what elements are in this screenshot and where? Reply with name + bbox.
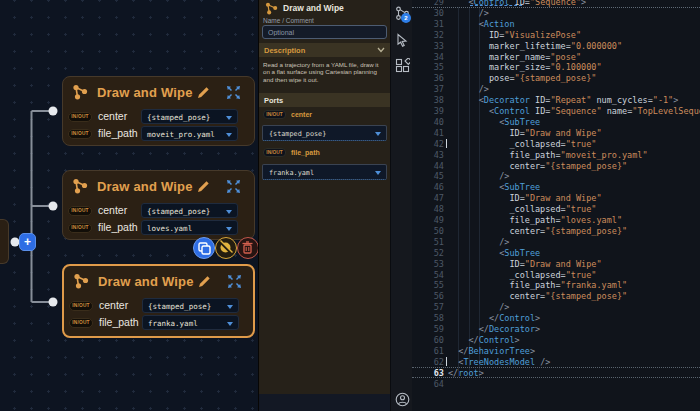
node-input-port[interactable] bbox=[49, 202, 58, 211]
port-name: file_path bbox=[98, 127, 138, 139]
expand-arrows-icon[interactable] bbox=[226, 179, 241, 194]
line-number: 53 bbox=[412, 259, 444, 269]
select-tool-icon[interactable] bbox=[395, 33, 410, 48]
node-input-port[interactable] bbox=[49, 107, 58, 116]
code-line[interactable]: 40 <SubTree bbox=[412, 116, 700, 127]
port-name: file_path bbox=[99, 316, 139, 328]
code-line[interactable]: 59 </Decorator> bbox=[412, 323, 700, 334]
port-value-dropdown[interactable]: {stamped_pose} bbox=[142, 298, 239, 313]
duplicate-node-button[interactable] bbox=[193, 237, 215, 259]
code-line[interactable]: 58 </Control> bbox=[412, 312, 700, 323]
code-line[interactable]: 45 /> bbox=[412, 170, 700, 181]
text-cursor bbox=[446, 139, 448, 148]
port-value-text: moveit_pro.yaml bbox=[147, 130, 215, 139]
text-cursor bbox=[446, 357, 448, 366]
code-line[interactable]: 54 _collapsed="true" bbox=[412, 269, 700, 280]
code-line[interactable]: 42 _collapsed="true" bbox=[412, 138, 700, 149]
line-text: ID="Draw and Wipe" bbox=[448, 259, 602, 269]
parent-node-partial[interactable] bbox=[0, 219, 9, 264]
line-text: </BehaviorTree> bbox=[448, 346, 535, 356]
line-number: 45 bbox=[412, 171, 444, 181]
disabled-eye-icon bbox=[216, 238, 235, 257]
port-value-combobox[interactable]: franka.yaml bbox=[262, 164, 387, 180]
behavior-tree-node[interactable]: Draw and Wipe IN/OUT center {stamped_pos… bbox=[62, 170, 255, 240]
dropdown-caret-icon bbox=[226, 116, 232, 120]
xml-code-editor[interactable]: 29 <Control ID="Sequence">30 />31 <Actio… bbox=[412, 0, 700, 411]
node-palette-icon[interactable] bbox=[395, 58, 410, 73]
code-line[interactable]: 33 marker_lifetime="0.000000" bbox=[412, 40, 700, 51]
disable-node-button[interactable] bbox=[215, 237, 237, 259]
code-line[interactable]: 36 pose="{stamped_pose}" bbox=[412, 72, 700, 83]
code-line[interactable]: 60 </Control> bbox=[412, 334, 700, 345]
code-line[interactable]: 56 center="{stamped_pose}" bbox=[412, 290, 700, 301]
line-number: 54 bbox=[412, 270, 444, 280]
chevron-down-icon bbox=[377, 47, 385, 53]
edit-pencil-icon[interactable] bbox=[197, 274, 212, 289]
port-direction-badge: IN/OUT bbox=[263, 110, 286, 119]
code-line[interactable]: 31 <Action bbox=[412, 18, 700, 29]
port-value-dropdown[interactable]: {stamped_pose} bbox=[141, 203, 238, 218]
code-line[interactable]: 39 <Control ID="Sequence" name="TopLevel… bbox=[412, 105, 700, 116]
code-line[interactable]: 32 ID="VisualizePose" bbox=[412, 29, 700, 40]
code-line[interactable]: 46 <SubTree bbox=[412, 181, 700, 192]
code-line[interactable]: 34 marker_name="pose" bbox=[412, 51, 700, 62]
behavior-tree-node[interactable]: Draw and Wipe IN/OUT center {stamped_pos… bbox=[62, 264, 255, 338]
code-line[interactable]: 51 /> bbox=[412, 236, 700, 247]
expand-arrows-icon[interactable] bbox=[226, 85, 241, 100]
line-number: 35 bbox=[412, 62, 444, 72]
tag-match-underline bbox=[470, 5, 522, 6]
code-line[interactable]: 49 file_path="loves.yaml" bbox=[412, 214, 700, 225]
port-value-dropdown[interactable]: franka.yaml bbox=[142, 315, 239, 330]
code-line[interactable]: 61 </BehaviorTree> bbox=[412, 345, 700, 356]
delete-node-button[interactable] bbox=[237, 237, 259, 259]
account-icon[interactable] bbox=[395, 392, 410, 407]
line-text: ID="VisualizePose" bbox=[448, 30, 581, 40]
line-text: marker_name="pose" bbox=[448, 52, 581, 62]
code-line[interactable]: 64 bbox=[412, 378, 700, 389]
code-line[interactable]: 53 ID="Draw and Wipe" bbox=[412, 258, 700, 269]
code-line[interactable]: 35 marker_size="0.100000" bbox=[412, 61, 700, 72]
port-value-text: loves.yaml bbox=[147, 224, 192, 233]
port-value-dropdown[interactable]: loves.yaml bbox=[141, 220, 238, 235]
code-line[interactable]: 41 ID="Draw and Wipe" bbox=[412, 127, 700, 138]
line-text: ID="Draw and Wipe" bbox=[448, 128, 602, 138]
port-value-combobox[interactable]: {stamped_pose} bbox=[262, 125, 387, 141]
node-input-port[interactable] bbox=[49, 298, 58, 307]
line-text: /> bbox=[448, 8, 489, 18]
node-graph-canvas[interactable]: + Draw and Wipe IN/OUT center bbox=[0, 0, 258, 411]
code-line[interactable]: 38 <Decorator ID="Repeat" num_cycles="-1… bbox=[412, 94, 700, 105]
code-line[interactable]: 37 /> bbox=[412, 83, 700, 94]
line-text: pose="{stamped_pose}" bbox=[448, 73, 596, 83]
port-value-dropdown[interactable]: {stamped_pose} bbox=[141, 109, 238, 124]
expand-arrows-icon[interactable] bbox=[227, 274, 242, 289]
code-line[interactable]: 55 file_path="franka.yaml" bbox=[412, 279, 700, 290]
code-line[interactable]: 52 <SubTree bbox=[412, 247, 700, 258]
line-text: </Control> bbox=[448, 313, 540, 323]
code-line[interactable]: 50 center="{stamped_pose}" bbox=[412, 225, 700, 236]
dropdown-caret-icon bbox=[375, 171, 381, 175]
code-line[interactable]: 47 ID="Draw and Wipe" bbox=[412, 192, 700, 203]
code-line[interactable]: 57 /> bbox=[412, 301, 700, 312]
code-line[interactable]: 62 <TreeNodesModel /> bbox=[412, 356, 700, 367]
line-text: <Action bbox=[448, 19, 515, 29]
line-number: 48 bbox=[412, 204, 444, 214]
code-line[interactable]: 43 file_path="moveit_pro.yaml" bbox=[412, 149, 700, 160]
name-comment-input[interactable] bbox=[262, 25, 387, 39]
line-text: ID="Draw and Wipe" bbox=[448, 193, 602, 203]
line-number: 52 bbox=[412, 248, 444, 258]
line-number: 36 bbox=[412, 73, 444, 83]
node-port-row: IN/OUT file_path loves.yaml bbox=[63, 220, 254, 236]
line-number: 39 bbox=[412, 106, 444, 116]
code-line[interactable]: 30 /> bbox=[412, 7, 700, 18]
line-text: center="{stamped_pose}" bbox=[448, 161, 627, 171]
edit-pencil-icon[interactable] bbox=[196, 85, 211, 100]
edit-pencil-icon[interactable] bbox=[196, 179, 211, 194]
line-number: 44 bbox=[412, 161, 444, 171]
description-section-header[interactable]: Description bbox=[259, 43, 391, 57]
code-line[interactable]: 44 center="{stamped_pose}" bbox=[412, 160, 700, 171]
port-value-dropdown[interactable]: moveit_pro.yaml bbox=[141, 126, 238, 141]
behavior-tree-node[interactable]: Draw and Wipe IN/OUT center {stamped_pos… bbox=[62, 76, 255, 146]
add-child-button[interactable]: + bbox=[19, 233, 36, 251]
code-line[interactable]: 48 _collapsed="true" bbox=[412, 203, 700, 214]
port-direction-badge: IN/OUT bbox=[68, 129, 92, 139]
